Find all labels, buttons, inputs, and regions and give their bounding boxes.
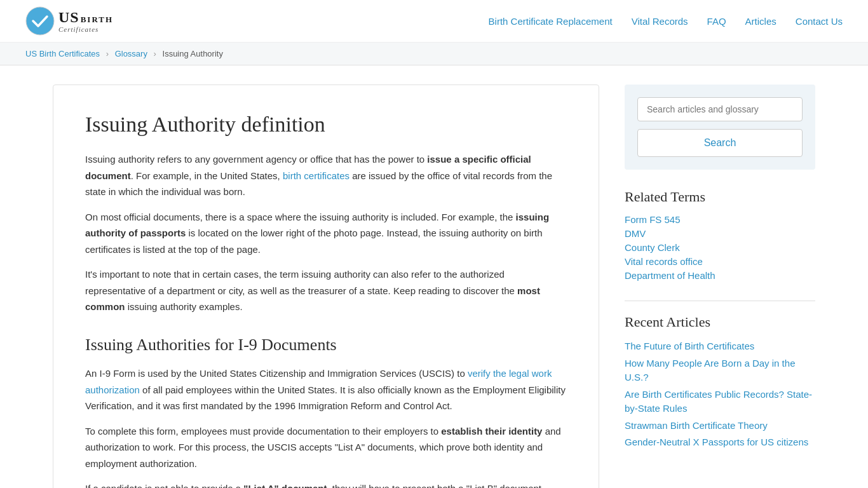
related-term-county-clerk[interactable]: County Clerk xyxy=(625,242,680,253)
article-content: Issuing Authority definition Issuing aut… xyxy=(53,85,599,488)
list-item: DMV xyxy=(625,228,815,240)
paragraph-3: It's important to note that in certain c… xyxy=(85,266,567,315)
breadcrumb-home[interactable]: US Birth Certificates xyxy=(25,49,100,58)
recent-articles-section: Recent Articles The Future of Birth Cert… xyxy=(625,314,815,450)
list-item: How Many People Are Born a Day in the U.… xyxy=(625,356,815,385)
article-title: Issuing Authority definition xyxy=(85,111,567,139)
breadcrumb-sep-2: › xyxy=(154,49,156,58)
related-terms-title: Related Terms xyxy=(625,189,815,205)
p4-text-after: of all paid employees within the United … xyxy=(85,384,566,412)
paragraph-2: On most official documents, there is a s… xyxy=(85,209,567,258)
p5-bold: establish their identity xyxy=(441,426,542,437)
sidebar: Search Related Terms Form FS 545 DMV Cou… xyxy=(625,85,815,488)
logo-us: US xyxy=(58,9,79,25)
p5-text-before: To complete this form, employees must pr… xyxy=(85,426,441,437)
p3-text-after: issuing authority examples. xyxy=(125,301,243,312)
list-item: County Clerk xyxy=(625,242,815,254)
article-future-birth[interactable]: The Future of Birth Certificates xyxy=(625,341,754,351)
recent-articles-title: Recent Articles xyxy=(625,314,815,330)
search-button[interactable]: Search xyxy=(637,129,803,157)
list-item: The Future of Birth Certificates xyxy=(625,339,815,354)
article-gender-neutral[interactable]: Gender-Neutral X Passports for US citize… xyxy=(625,437,808,447)
nav-contact-us[interactable]: Contact Us xyxy=(796,16,843,27)
main-container: Issuing Authority definition Issuing aut… xyxy=(27,65,841,488)
breadcrumb-glossary[interactable]: Glossary xyxy=(115,49,147,58)
recent-articles-list: The Future of Birth Certificates How Man… xyxy=(625,339,815,450)
logo[interactable]: US BIRTH Certificates xyxy=(25,6,113,36)
article-public-records[interactable]: Are Birth Certificates Public Records? S… xyxy=(625,389,812,414)
nav-faq[interactable]: FAQ xyxy=(707,16,726,27)
p2-text-before: On most official documents, there is a s… xyxy=(85,212,516,222)
related-terms-section: Related Terms Form FS 545 DMV County Cle… xyxy=(625,189,815,281)
list-item: Department of Health xyxy=(625,270,815,281)
related-term-dmv[interactable]: DMV xyxy=(625,228,646,239)
svg-point-0 xyxy=(26,7,54,35)
related-term-dept-health[interactable]: Department of Health xyxy=(625,270,715,281)
related-term-fs545[interactable]: Form FS 545 xyxy=(625,214,681,225)
logo-birth: BIRTH xyxy=(81,15,113,24)
p1-text-before: Issuing authority refers to any governme… xyxy=(85,154,427,165)
search-input[interactable] xyxy=(637,97,803,121)
p1-link[interactable]: birth certificates xyxy=(283,170,349,181)
article-born-day[interactable]: How Many People Are Born a Day in the U.… xyxy=(625,358,795,383)
list-item: Form FS 545 xyxy=(625,214,815,226)
logo-certificates: Certificates xyxy=(58,25,113,33)
paragraph-6: If a candidate is not able to provide a … xyxy=(85,480,567,488)
search-box: Search xyxy=(625,85,815,170)
section2-title: Issuing Authorities for I-9 Documents xyxy=(85,334,567,356)
paragraph-5: To complete this form, employees must pr… xyxy=(85,423,567,472)
breadcrumb-current: Issuing Authority xyxy=(163,49,223,58)
p4-text-before: An I-9 Form is used by the United States… xyxy=(85,368,468,379)
list-item: Gender-Neutral X Passports for US citize… xyxy=(625,435,815,450)
sidebar-divider xyxy=(625,301,815,301)
nav-vital-records[interactable]: Vital Records xyxy=(632,16,688,27)
list-item: Strawman Birth Certificate Theory xyxy=(625,419,815,433)
p3-text-before: It's important to note that in certain c… xyxy=(85,269,517,296)
main-nav: Birth Certificate Replacement Vital Reco… xyxy=(489,16,843,27)
breadcrumb-sep-1: › xyxy=(106,49,109,58)
paragraph-1: Issuing authority refers to any governme… xyxy=(85,151,567,200)
related-terms-list: Form FS 545 DMV County Clerk Vital recor… xyxy=(625,214,815,281)
breadcrumb: US Birth Certificates › Glossary › Issui… xyxy=(0,43,868,65)
list-item: Vital records office xyxy=(625,256,815,268)
p6-text-before: If a candidate is not able to provide a xyxy=(85,483,243,488)
nav-birth-certificate[interactable]: Birth Certificate Replacement xyxy=(489,16,613,27)
logo-text: US BIRTH Certificates xyxy=(58,9,113,33)
nav-articles[interactable]: Articles xyxy=(745,16,776,27)
p1-text-after: . For example, in the United States, xyxy=(131,170,283,181)
paragraph-4: An I-9 Form is used by the United States… xyxy=(85,365,567,414)
site-header: US BIRTH Certificates Birth Certificate … xyxy=(0,0,868,43)
article-strawman[interactable]: Strawman Birth Certificate Theory xyxy=(625,420,768,431)
logo-icon xyxy=(25,6,55,36)
p6-bold: "List A" document xyxy=(243,483,327,488)
list-item: Are Birth Certificates Public Records? S… xyxy=(625,388,815,416)
related-term-vital-records[interactable]: Vital records office xyxy=(625,256,703,267)
